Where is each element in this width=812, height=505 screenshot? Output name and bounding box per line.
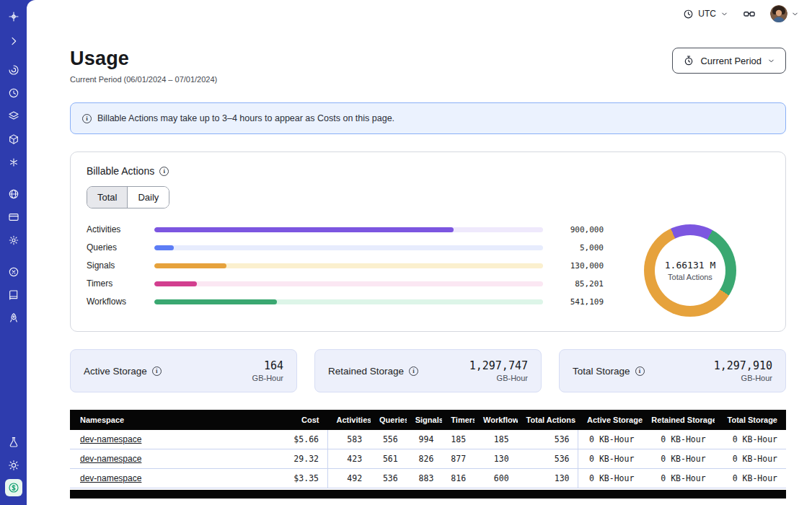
tab-total[interactable]: Total: [87, 187, 128, 208]
billable-chart: Activities 900,000 Queries 5,000 Signals…: [87, 224, 769, 317]
bar-row-workflows: Workflows 541,109: [87, 297, 604, 307]
cell-signals: 826: [407, 449, 443, 469]
table-header-row: Namespace Cost Activities Queries Signal…: [70, 410, 786, 430]
bar-row-activities: Activities 900,000: [87, 224, 604, 234]
col-namespace: Namespace: [70, 410, 285, 430]
chevron-down-icon: [791, 10, 799, 18]
cell-workflows: 600: [475, 469, 518, 488]
cell-active-storage: 0 KB-Hour: [578, 469, 643, 488]
total-storage-card: Total Storage i 1,297,910 GB-Hour: [559, 349, 786, 392]
nexus-icon[interactable]: [4, 61, 24, 79]
bar-fill: [154, 263, 226, 268]
cell-signals: 994: [407, 430, 443, 449]
period-button-label: Current Period: [700, 56, 762, 66]
stat-value: 164: [252, 359, 283, 372]
bar-label: Queries: [87, 242, 147, 252]
cell-timers: 877: [442, 449, 475, 469]
bar-value: 541,109: [550, 297, 604, 307]
info-icon[interactable]: i: [635, 366, 645, 376]
bar-value: 85,201: [550, 279, 604, 289]
billable-actions-title: Billable Actions i: [87, 165, 769, 177]
page-subtitle: Current Period (06/01/2024 – 07/01/2024): [70, 75, 217, 84]
content: Usage Current Period (06/01/2024 – 07/01…: [27, 27, 812, 505]
col-total-storage: Total Storage: [715, 410, 786, 430]
cell-queries: 536: [371, 469, 407, 488]
bar-row-timers: Timers 85,201: [87, 278, 604, 289]
stat-label: Retained Storage: [328, 366, 404, 377]
donut-total-value: 1.66131 M: [665, 260, 715, 271]
cell-total-actions: 536: [518, 449, 578, 469]
period-selector-button[interactable]: Current Period: [672, 48, 786, 74]
namespaces-icon[interactable]: [4, 107, 24, 126]
deployments-icon[interactable]: [4, 130, 24, 149]
total-actions-donut: 1.66131 M Total Actions: [644, 224, 736, 317]
info-icon[interactable]: i: [159, 167, 169, 176]
cell-active-storage: 0 KB-Hour: [578, 430, 643, 449]
col-workflows: Workflows: [475, 410, 518, 430]
docs-icon[interactable]: [4, 286, 24, 304]
timer-icon: [683, 55, 694, 66]
bar-track: [154, 263, 543, 268]
timezone-selector[interactable]: UTC: [683, 9, 728, 19]
timezone-label: UTC: [698, 9, 716, 19]
stat-value: 1,297,747: [469, 359, 528, 372]
col-queries: Queries: [371, 410, 407, 430]
user-menu[interactable]: [770, 5, 799, 22]
labs-icon[interactable]: [4, 433, 24, 452]
history-icon[interactable]: [4, 84, 24, 102]
region-icon[interactable]: [4, 185, 24, 203]
settings-icon[interactable]: [4, 231, 24, 250]
sidebar-group-bottom: [4, 433, 24, 496]
temporal-logo-icon[interactable]: [4, 7, 24, 26]
cell-retained-storage: 0 KB-Hour: [643, 430, 714, 449]
theme-icon[interactable]: [4, 456, 24, 475]
cell-total-actions: 130: [518, 469, 578, 488]
stat-label: Active Storage: [84, 366, 147, 377]
storage-stats: Active Storage i 164 GB-Hour Retained St…: [70, 349, 786, 392]
info-icon[interactable]: i: [409, 366, 418, 376]
cell-signals: 883: [407, 469, 443, 488]
table-row: dev-namespace $3.35 492 536 883 816 600 …: [70, 469, 786, 488]
goggles-icon[interactable]: [740, 4, 759, 23]
cell-total-actions: 536: [518, 430, 578, 449]
col-active-storage: Active Storage: [578, 410, 643, 430]
table-row: dev-namespace 29.32 423 561 826 877 130 …: [70, 449, 786, 469]
bar-fill: [154, 245, 174, 250]
banner-text: Billable Actions may take up to 3–4 hour…: [97, 113, 394, 123]
namespace-link[interactable]: dev-namespace: [80, 473, 141, 483]
table-footer-partial: [70, 490, 786, 499]
collapse-sidebar-icon[interactable]: [4, 32, 24, 50]
bar-fill: [154, 281, 197, 286]
stat-unit: GB-Hour: [252, 374, 283, 382]
sidebar-group-account: [4, 185, 24, 250]
bar-track: [154, 281, 543, 286]
main-panel: UTC Usage Current Period (06/01/2024 – 0…: [27, 0, 812, 505]
info-icon[interactable]: i: [152, 366, 162, 376]
cell-activities: 583: [327, 430, 371, 449]
donut-center: 1.66131 M Total Actions: [644, 224, 736, 317]
cell-cost: $3.35: [285, 469, 328, 488]
getting-started-icon[interactable]: [4, 309, 24, 328]
usage-icon[interactable]: [5, 479, 22, 496]
stat-unit: GB-Hour: [714, 374, 772, 382]
tab-daily[interactable]: Daily: [128, 187, 169, 208]
info-banner: i Billable Actions may take up to 3–4 ho…: [70, 102, 786, 134]
title-row: Usage Current Period (06/01/2024 – 07/01…: [70, 48, 786, 84]
page-title: Usage: [70, 48, 217, 70]
bar-fill: [154, 227, 454, 232]
cell-queries: 561: [371, 449, 407, 469]
integrations-icon[interactable]: [4, 153, 24, 172]
cell-workflows: 130: [475, 449, 518, 469]
col-total-actions: Total Actions: [518, 410, 578, 430]
namespace-link[interactable]: dev-namespace: [80, 454, 141, 464]
bar-track: [154, 299, 543, 304]
cell-retained-storage: 0 KB-Hour: [643, 449, 714, 469]
support-icon[interactable]: [4, 263, 24, 281]
namespace-link[interactable]: dev-namespace: [80, 434, 141, 444]
info-icon: i: [82, 114, 92, 123]
bar-chart: Activities 900,000 Queries 5,000 Signals…: [87, 224, 611, 317]
billing-icon[interactable]: [4, 208, 24, 227]
billable-tabs: Total Daily: [87, 186, 169, 208]
timezone-icon: [683, 9, 694, 19]
avatar: [770, 5, 787, 22]
